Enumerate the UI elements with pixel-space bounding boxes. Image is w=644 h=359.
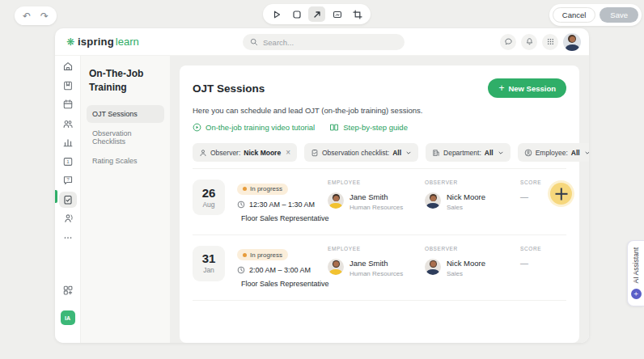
image-tool-button[interactable] xyxy=(328,6,345,22)
nav-more-icon[interactable] xyxy=(59,230,77,246)
sidebar-item-observation-checklists[interactable]: Observation Checklists xyxy=(87,125,164,150)
image-icon xyxy=(333,10,342,19)
search-icon xyxy=(250,38,258,46)
session-time: 2:00 AM – 3:00 AM xyxy=(237,266,328,274)
content-area: OJT Sessions + New Session Here you can … xyxy=(170,56,589,343)
play-tool-button[interactable] xyxy=(268,6,285,22)
session-row[interactable]: 31 Jan In progress 2:00 AM – 3:00 AM xyxy=(193,235,566,302)
filter-department[interactable]: Department: All xyxy=(426,143,511,162)
status-dot-icon xyxy=(243,187,247,191)
nav-events-icon[interactable]: 1 xyxy=(59,154,77,170)
employee-cell: Jane Smith Human Resources xyxy=(328,259,425,277)
chevron-down-icon xyxy=(584,150,589,156)
employee-cell: Jane Smith Human Resources xyxy=(328,192,425,211)
status-dot-icon xyxy=(243,253,247,257)
nav-home-icon[interactable] xyxy=(59,58,77,74)
cancel-button[interactable]: Cancel xyxy=(553,7,596,23)
chevron-down-icon xyxy=(498,150,504,156)
nav-trainings-icon[interactable] xyxy=(59,210,77,226)
person-icon xyxy=(199,149,207,157)
chat-button[interactable] xyxy=(500,34,516,50)
nav-courses-icon[interactable] xyxy=(59,78,77,94)
ia-workspace-badge[interactable]: IA xyxy=(61,310,75,325)
score-column-header: SCORE xyxy=(520,246,566,251)
crop-icon xyxy=(353,10,362,19)
ai-sparkle-icon: ＋ xyxy=(631,289,642,299)
search-placeholder: Search... xyxy=(263,38,294,47)
session-date: 31 Jan xyxy=(193,246,225,281)
new-session-button[interactable]: + New Session xyxy=(488,78,566,98)
clock-icon xyxy=(237,201,245,209)
sidebar-item-ojt-sessions[interactable]: OJT Sessions xyxy=(87,105,164,123)
annotation-plus-marker[interactable] xyxy=(550,183,572,205)
chat-icon xyxy=(504,37,513,46)
nav-calendar-icon[interactable] xyxy=(59,96,77,112)
undo-redo-toolbar: ↶ ↷ xyxy=(15,6,57,25)
sidebar-panel: On-The-Job Training OJT Sessions Observa… xyxy=(81,56,170,343)
filter-employee[interactable]: Employee: All xyxy=(518,143,589,162)
status-badge: In progress xyxy=(237,184,288,195)
svg-text:1: 1 xyxy=(66,158,70,164)
clock-icon xyxy=(237,266,245,274)
arrow-icon xyxy=(312,10,322,19)
nav-reports-icon[interactable] xyxy=(59,134,77,150)
undo-icon[interactable]: ↶ xyxy=(23,11,31,21)
filter-observer[interactable]: Observer: Nick Moore × xyxy=(193,143,297,162)
svg-text:?: ? xyxy=(66,177,69,182)
employee-icon xyxy=(524,149,532,157)
grid-dots-icon xyxy=(546,37,555,46)
play-circle-icon xyxy=(193,123,201,132)
notifications-button[interactable] xyxy=(521,34,537,50)
sidebar-item-rating-scales[interactable]: Rating Scales xyxy=(87,152,164,170)
ai-assistant-label: AI Assistant xyxy=(632,247,640,283)
logo-word-ispring: ispring xyxy=(78,36,114,48)
observer-cell: Nick Moore Sales xyxy=(425,259,520,277)
plus-icon: + xyxy=(498,83,504,93)
session-checklist: Floor Sales Representative xyxy=(237,214,328,222)
ispring-logo-icon: ❋ xyxy=(66,36,74,48)
page-title: OJT Sessions xyxy=(193,82,265,95)
annotation-toolbar xyxy=(263,4,371,24)
video-tutorial-link[interactable]: On-the-job training video tutorial xyxy=(193,123,315,132)
user-avatar[interactable] xyxy=(563,33,581,51)
employee-column-header: EMPLOYEE xyxy=(328,180,425,185)
department-icon xyxy=(432,149,440,157)
rectangle-icon xyxy=(292,10,302,19)
bell-icon xyxy=(525,37,534,46)
app-window: ❋ ispring learn Search... xyxy=(55,28,589,343)
session-time: 12:30 AM – 1:30 AM xyxy=(237,201,328,209)
chevron-down-icon xyxy=(405,150,412,156)
ispring-learn-logo[interactable]: ❋ ispring learn xyxy=(66,36,139,48)
observer-column-header: OBSERVER xyxy=(425,246,520,251)
crop-tool-button[interactable] xyxy=(349,6,366,22)
step-by-step-guide-link[interactable]: Step-by-step guide xyxy=(329,123,408,132)
nav-integrations-icon[interactable] xyxy=(59,282,77,298)
ai-assistant-tab[interactable]: AI Assistant ＋ xyxy=(627,240,644,306)
apps-menu-button[interactable] xyxy=(542,34,558,50)
remove-filter-icon[interactable]: × xyxy=(286,149,290,157)
active-nav-accent xyxy=(55,190,57,203)
score-value: — xyxy=(520,259,566,268)
app-header: ❋ ispring learn Search... xyxy=(55,28,589,56)
logo-word-learn: learn xyxy=(116,36,139,48)
play-icon xyxy=(272,10,282,19)
status-badge: In progress xyxy=(237,249,288,260)
employee-column-header: EMPLOYEE xyxy=(328,246,425,251)
save-button[interactable]: Save xyxy=(600,7,638,23)
observer-column-header: OBSERVER xyxy=(425,180,520,185)
employee-avatar xyxy=(328,192,344,209)
search-input[interactable]: Search... xyxy=(243,34,405,50)
nav-people-icon[interactable] xyxy=(59,116,77,132)
checklist-icon xyxy=(311,149,319,157)
page-description: Here you can schedule and lead OJT (on-t… xyxy=(193,106,566,115)
annotation-actions: Cancel Save xyxy=(549,4,642,26)
filter-observation-checklist[interactable]: Observation checklist: All xyxy=(304,143,418,162)
sidebar-title: On-The-Job Training xyxy=(89,67,162,95)
rectangle-tool-button[interactable] xyxy=(288,6,305,22)
session-row[interactable]: 26 Aug In progress 12:30 AM – 1:30 AM xyxy=(193,169,566,235)
navigation-rail: 1 ? IA xyxy=(55,56,81,343)
redo-icon[interactable]: ↷ xyxy=(40,11,49,21)
nav-help-icon[interactable]: ? xyxy=(59,172,77,188)
arrow-tool-button[interactable] xyxy=(308,6,325,22)
nav-ojt-icon[interactable] xyxy=(59,192,77,208)
